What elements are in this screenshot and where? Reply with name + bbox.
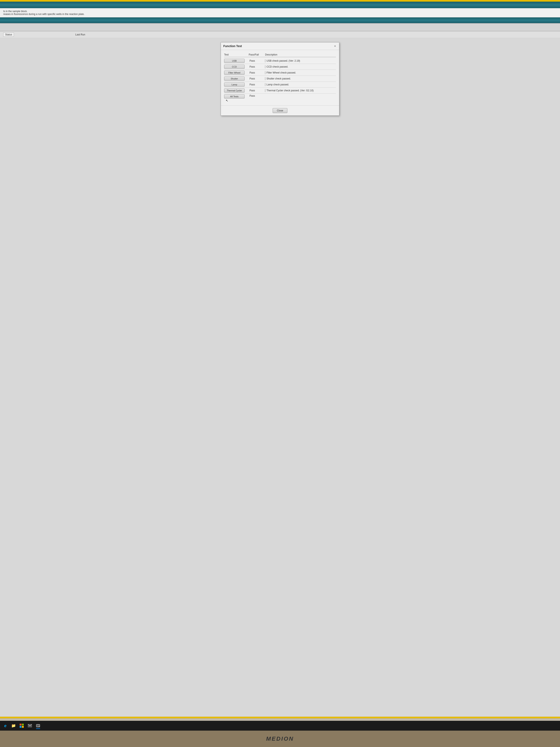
col-test: Test [224, 53, 249, 56]
active-indicator [36, 728, 40, 729]
dialog-title: Function Test [223, 45, 242, 48]
thermal-cycler-test-button[interactable]: Thermal Cycler [224, 88, 245, 93]
taskbar-edge-icon[interactable]: e [2, 722, 9, 729]
table-header: Test Pass/Fail Description [224, 52, 336, 57]
all-tests-button[interactable]: All Tests [224, 95, 245, 99]
ccd-test-button[interactable]: CCD [224, 65, 245, 69]
ccd-description: CCD check passed. [265, 65, 336, 68]
thermal-cycler-description: Thermal Cycler check passed. (Ver: G2.10… [265, 89, 336, 92]
dialog-body: Test Pass/Fail Description USB Pass USB … [221, 50, 339, 105]
table-row: All Tests ↖ Pass [224, 94, 336, 103]
main-content: Function Test × Test Pass/Fail Descripti… [0, 38, 560, 717]
usb-pass-fail: Pass [249, 59, 265, 62]
function-test-dialog: Function Test × Test Pass/Fail Descripti… [221, 42, 339, 116]
app-container: ls in the sample block. reases in fluore… [0, 2, 560, 717]
gray-strip [0, 718, 560, 721]
table-row: Lamp Pass Lamp check passed. [224, 82, 336, 88]
close-button[interactable]: Close [273, 108, 288, 113]
table-row: CCD Pass CCD check passed. [224, 64, 336, 70]
svg-rect-3 [22, 726, 24, 728]
lamp-test-button[interactable]: Lamp [224, 82, 245, 86]
filter-wheel-pass-fail: Pass [249, 71, 265, 74]
taskbar-drive-icon[interactable] [34, 722, 42, 729]
col-pass-fail: Pass/Fail [249, 53, 265, 56]
table-row: Thermal Cycler Pass Thermal Cycler check… [224, 88, 336, 94]
taskbar-folder-icon[interactable]: 📁 [10, 722, 17, 729]
store-icon [20, 724, 24, 728]
status-bar: Status Last Run [0, 31, 560, 38]
svg-rect-1 [22, 724, 24, 725]
all-tests-pass-fail: Pass [249, 95, 265, 97]
bottom-gold-bar [0, 717, 560, 718]
teal-banner-secondary [0, 18, 560, 23]
dialog-titlebar: Function Test × [221, 43, 339, 50]
filter-wheel-test-button[interactable]: Filter Wheel [224, 71, 245, 75]
svg-rect-2 [20, 726, 22, 728]
teal-banner-top [0, 2, 560, 8]
filter-wheel-description: Filter Wheel check passed. [265, 71, 336, 74]
taskbar-store-icon[interactable] [18, 722, 25, 729]
thermal-cycler-pass-fail: Pass [249, 89, 265, 92]
table-row: Shutter Pass Shutter check passed. [224, 76, 336, 82]
description-line1: ls in the sample block. [3, 10, 557, 13]
table-row: USB Pass USB check passed. (Ver: 2.19) [224, 58, 336, 64]
taskbar-mail-icon[interactable] [26, 722, 33, 729]
shutter-test-button[interactable]: Shutter [224, 77, 245, 81]
table-row: Filter Wheel Pass Filter Wheel check pas… [224, 70, 336, 76]
svg-point-7 [39, 726, 39, 727]
brand-text: MEDION [266, 736, 294, 742]
usb-description: USB check passed. (Ver: 2.19) [265, 59, 336, 62]
edge-browser-icon: e [4, 723, 6, 728]
col-description: Description [265, 53, 336, 56]
lamp-pass-fail: Pass [249, 83, 265, 86]
dialog-footer: Close [221, 105, 339, 115]
status-label: Status [3, 32, 14, 37]
usb-test-button[interactable]: USB [224, 59, 245, 63]
svg-rect-0 [20, 724, 22, 725]
description-line2: reases in fluorescence during a run with… [3, 13, 557, 16]
lamp-description: Lamp check passed. [265, 83, 336, 86]
ccd-pass-fail: Pass [249, 65, 265, 68]
physical-box-area: MEDION [0, 730, 560, 747]
dialog-close-button[interactable]: × [334, 44, 337, 48]
taskbar: e 📁 [0, 721, 560, 730]
modal-overlay: Function Test × Test Pass/Fail Descripti… [0, 38, 560, 717]
folder-icon: 📁 [11, 723, 16, 728]
last-run-label: Last Run [75, 33, 85, 36]
description-area: ls in the sample block. reases in fluore… [0, 8, 560, 18]
cursor-icon: ↖ [226, 99, 228, 102]
shutter-description: Shutter check passed. [265, 77, 336, 80]
gray-separator [0, 23, 560, 31]
all-tests-cell: All Tests ↖ [224, 95, 249, 102]
mail-icon [28, 724, 32, 727]
drive-icon [36, 724, 40, 728]
top-gold-bar [0, 0, 560, 2]
shutter-pass-fail: Pass [249, 77, 265, 80]
